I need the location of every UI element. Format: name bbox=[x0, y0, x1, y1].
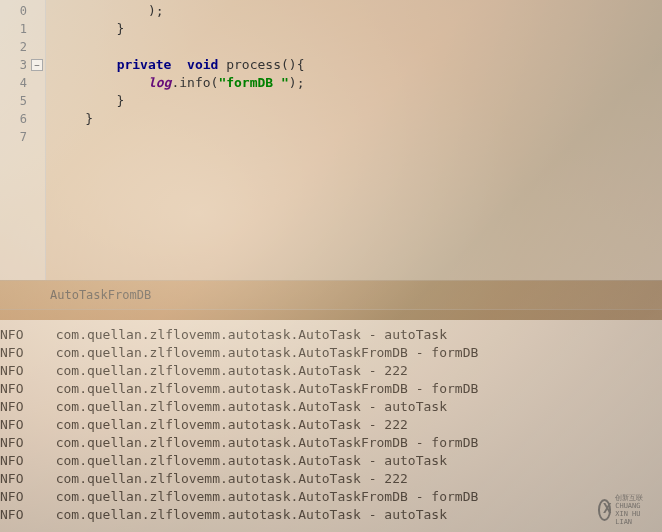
code-line[interactable]: private void process(){ bbox=[54, 56, 662, 74]
code-line[interactable] bbox=[54, 38, 662, 56]
watermark-brand: 创新互联 bbox=[615, 494, 654, 502]
log-line: NFO com.quellan.zlflovemm.autotask.AutoT… bbox=[0, 344, 662, 362]
line-number: 1 bbox=[0, 20, 45, 38]
console-output[interactable]: NFO com.quellan.zlflovemm.autotask.AutoT… bbox=[0, 320, 662, 532]
log-line: NFO com.quellan.zlflovemm.autotask.AutoT… bbox=[0, 416, 662, 434]
line-number: 7 bbox=[0, 128, 45, 146]
logo-icon bbox=[598, 499, 611, 521]
code-line[interactable]: } bbox=[54, 20, 662, 38]
line-number: 6 bbox=[0, 110, 45, 128]
log-line: NFO com.quellan.zlflovemm.autotask.AutoT… bbox=[0, 398, 662, 416]
watermark-sub: CHUANG XIN HU LIAN bbox=[615, 502, 654, 526]
line-number: 5 bbox=[0, 92, 45, 110]
code-editor[interactable]: 0123−4567 ); } private void process(){ l… bbox=[0, 0, 662, 280]
log-line: NFO com.quellan.zlflovemm.autotask.AutoT… bbox=[0, 488, 662, 506]
log-line: NFO com.quellan.zlflovemm.autotask.AutoT… bbox=[0, 506, 662, 524]
code-line[interactable]: log.info("formDB "); bbox=[54, 74, 662, 92]
breadcrumb-class[interactable]: AutoTaskFromDB bbox=[50, 288, 151, 302]
line-number: 0 bbox=[0, 2, 45, 20]
watermark-logo: 创新互联 CHUANG XIN HU LIAN bbox=[598, 496, 654, 524]
log-line: NFO com.quellan.zlflovemm.autotask.AutoT… bbox=[0, 434, 662, 452]
breadcrumb-bar: AutoTaskFromDB bbox=[0, 280, 662, 310]
code-line[interactable]: } bbox=[54, 92, 662, 110]
panel-divider[interactable] bbox=[0, 310, 662, 320]
log-line: NFO com.quellan.zlflovemm.autotask.AutoT… bbox=[0, 326, 662, 344]
line-number: 4 bbox=[0, 74, 45, 92]
code-line[interactable] bbox=[54, 128, 662, 146]
editor-gutter: 0123−4567 bbox=[0, 0, 46, 280]
log-line: NFO com.quellan.zlflovemm.autotask.AutoT… bbox=[0, 452, 662, 470]
line-number: 2 bbox=[0, 38, 45, 56]
log-line: NFO com.quellan.zlflovemm.autotask.AutoT… bbox=[0, 470, 662, 488]
code-line[interactable]: ); bbox=[54, 2, 662, 20]
code-line[interactable]: } bbox=[54, 110, 662, 128]
log-line: NFO com.quellan.zlflovemm.autotask.AutoT… bbox=[0, 362, 662, 380]
code-content[interactable]: ); } private void process(){ log.info("f… bbox=[46, 0, 662, 280]
log-line: NFO com.quellan.zlflovemm.autotask.AutoT… bbox=[0, 380, 662, 398]
fold-toggle-icon[interactable]: − bbox=[31, 59, 43, 71]
